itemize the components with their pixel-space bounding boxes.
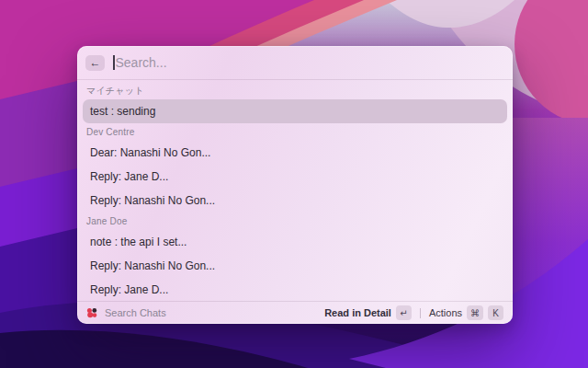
back-arrow-icon: ← — [90, 57, 101, 68]
back-button[interactable]: ← — [85, 55, 105, 71]
k-key-icon: K — [488, 305, 503, 320]
section-header: マイチャット — [83, 82, 507, 99]
search-palette-window: ← Search... マイチャット test : sending Dev Ce… — [77, 46, 513, 324]
list-item[interactable]: Dear: Nanashi No Gon... — [83, 141, 507, 165]
search-bar: ← Search... — [77, 46, 513, 80]
section-header: Jane Doe — [83, 213, 507, 230]
actions-button[interactable]: Actions ⌘ K — [429, 305, 503, 320]
list-item[interactable]: Reply: Jane D... — [83, 165, 507, 189]
footer-app: Search Chats — [86, 307, 166, 318]
footer-bar: Search Chats Read in Detail ↵ Actions ⌘ … — [77, 301, 513, 324]
footer-app-name: Search Chats — [105, 307, 166, 318]
list-item-label: test : sending — [90, 105, 155, 118]
list-item[interactable]: note : the api I set... — [83, 230, 507, 254]
list-item-label: Reply: Nanashi No Gon... — [90, 259, 215, 272]
list-item-label: Dear: Nanashi No Gon... — [90, 146, 210, 159]
list-item[interactable]: test : sending — [83, 99, 507, 123]
actions-label: Actions — [429, 307, 462, 318]
list-item-label: note : the api I set... — [90, 236, 187, 248]
list-item-label: Reply: Jane D... — [90, 283, 168, 296]
search-input[interactable]: Search... — [116, 55, 167, 70]
return-key-icon: ↵ — [396, 305, 412, 320]
text-caret — [113, 55, 115, 70]
command-key-icon: ⌘ — [467, 305, 483, 320]
footer-divider — [420, 308, 421, 318]
results-list: マイチャット test : sending Dev Centre Dear: N… — [77, 80, 513, 301]
list-item[interactable]: Reply: Nanashi No Gon... — [83, 254, 507, 278]
footer-actions: Read in Detail ↵ Actions ⌘ K — [324, 305, 503, 320]
list-item[interactable]: Reply: Nanashi No Gon... — [83, 189, 507, 213]
list-item-label: Reply: Nanashi No Gon... — [90, 194, 215, 207]
list-item-label: Reply: Jane D... — [90, 170, 168, 183]
section-header: Dev Centre — [83, 123, 507, 141]
list-item[interactable]: Reply: Jane D... — [83, 278, 507, 301]
read-in-detail-label: Read in Detail — [324, 307, 391, 318]
extension-logo-icon — [86, 307, 97, 318]
read-in-detail-button[interactable]: Read in Detail ↵ — [324, 305, 412, 320]
